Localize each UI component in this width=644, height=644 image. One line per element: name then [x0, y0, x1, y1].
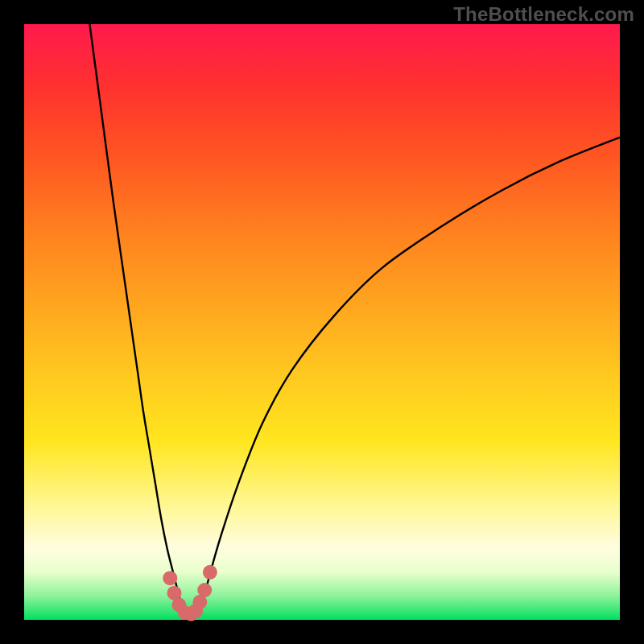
curve-right-branch [197, 138, 620, 617]
curve-left-branch [89, 24, 184, 617]
chart-svg [24, 24, 620, 620]
highlighted-markers [163, 565, 217, 621]
outer-frame: TheBottleneck.com [0, 0, 644, 644]
plot-area [24, 24, 620, 620]
marker-point [203, 565, 217, 580]
watermark-text: TheBottleneck.com [453, 3, 634, 26]
marker-point [197, 583, 212, 597]
marker-point [163, 571, 177, 585]
